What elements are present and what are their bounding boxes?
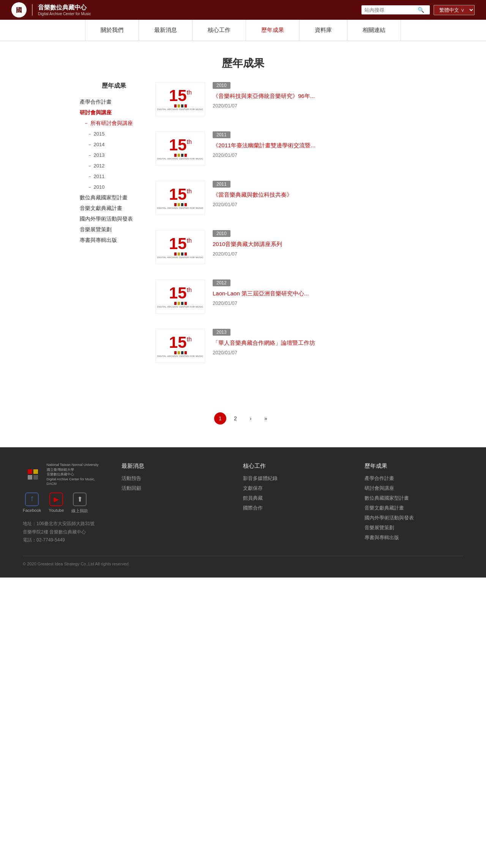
- page-btn-1[interactable]: 1: [214, 412, 226, 425]
- bar-seg-1: [174, 203, 177, 206]
- nav-item-core[interactable]: 核心工作: [193, 20, 246, 41]
- article-thumbnail: 15 th DIGITAL ARCHIVE CENTER FOR MUSIC: [156, 230, 205, 264]
- thumb-caption: DIGITAL ARCHIVE CENTER FOR MUSIC: [157, 108, 204, 110]
- footer-link-activity[interactable]: 活動預告: [122, 475, 220, 482]
- page-btn-last[interactable]: »: [260, 412, 272, 425]
- sidebar-item-music-archive[interactable]: 音樂文獻典藏計畫: [80, 203, 148, 214]
- thumb-bar-row: [174, 351, 187, 354]
- bar-seg-2: [178, 203, 180, 206]
- sidebar-item-digital[interactable]: 數位典藏國家型計畫: [80, 193, 148, 203]
- sidebar-item-academic[interactable]: 國內外學術活動與發表: [80, 214, 148, 224]
- logo-sq-dark: [33, 475, 38, 480]
- sidebar-item-2010[interactable]: － 2010: [80, 182, 148, 193]
- thumb-bar-row: [174, 203, 187, 206]
- footer-col-news: 最新消息 活動預告 活動回顧: [122, 462, 220, 544]
- article-thumbnail: 15 th DIGITAL ARCHIVE CENTER FOR MUSIC: [156, 131, 205, 166]
- footer-link-exhibition2[interactable]: 音樂展覽策劃: [364, 524, 463, 531]
- article-info: 2010 2010音樂典藏大師講座系列 2020/01/07: [213, 230, 406, 257]
- thumb-sup: th: [187, 89, 192, 96]
- article-card: 15 th DIGITAL ARCHIVE CENTER FOR MUSIC 2…: [156, 181, 406, 215]
- bar-seg-1: [174, 104, 177, 107]
- thumb-sup: th: [187, 188, 192, 195]
- footer-link-review[interactable]: 活動回顧: [122, 485, 220, 492]
- bar-seg-1: [174, 351, 177, 354]
- thumb-caption: DIGITAL ARCHIVE CENTER FOR MUSIC: [157, 355, 204, 357]
- footer-link-intl[interactable]: 國際合作: [243, 505, 342, 511]
- site-title-en: Digital Archive Center for Music: [38, 12, 91, 16]
- search-box[interactable]: 🔍: [361, 5, 430, 14]
- thumb-bar-row: [174, 104, 187, 107]
- article-title[interactable]: 《當音樂典藏與數位科技共奏》: [213, 191, 406, 199]
- header-left: 國 音樂數位典藏中心 Digital Archive Center for Mu…: [11, 2, 91, 17]
- header: 國 音樂數位典藏中心 Digital Archive Center for Mu…: [0, 0, 486, 20]
- footer-link-music-archive2[interactable]: 音樂文獻典藏計畫: [364, 505, 463, 511]
- bar-seg-2: [178, 104, 180, 107]
- sidebar: 歷年成果 產學合作計畫 研討會與講座 － 所有研討會與講座 － 2015 － 2…: [80, 82, 156, 378]
- articles-content: 15 th DIGITAL ARCHIVE CENTER FOR MUSIC 2…: [156, 82, 406, 378]
- article-year-badge: 2011: [213, 131, 230, 138]
- logo-sq-gray: [28, 475, 32, 480]
- footer-link-publication2[interactable]: 專書與專輯出版: [364, 534, 463, 541]
- footer-link-academic2[interactable]: 國內外學術活動與發表: [364, 514, 463, 521]
- footer-link-digital2[interactable]: 數位典藏國家型計畫: [364, 495, 463, 502]
- footer-col-core: 核心工作 影音多媒體紀錄 文獻保存 館員典藏 國際合作: [243, 462, 342, 544]
- article-date: 2020/01/07: [213, 103, 406, 109]
- footer-link-librarian[interactable]: 館員典藏: [243, 495, 342, 502]
- nav-item-database[interactable]: 資料庫: [300, 20, 347, 41]
- footer-link-preserve[interactable]: 文獻保存: [243, 485, 342, 492]
- thumb-caption: DIGITAL ARCHIVE CENTER FOR MUSIC: [157, 158, 204, 160]
- sidebar-item-industry[interactable]: 產學合作計畫: [80, 97, 148, 107]
- sidebar-item-2011[interactable]: － 2011: [80, 171, 148, 182]
- nav-item-news[interactable]: 最新消息: [139, 20, 193, 41]
- article-thumbnail: 15 th DIGITAL ARCHIVE CENTER FOR MUSIC: [156, 181, 205, 215]
- article-title[interactable]: 《音樂科技與東亞傳統音樂研究》96年...: [213, 92, 406, 101]
- article-info: 2010 《音樂科技與東亞傳統音樂研究》96年... 2020/01/07: [213, 82, 406, 109]
- bar-seg-3: [181, 154, 183, 157]
- sidebar-item-all-seminar[interactable]: － 所有研討會與講座: [80, 118, 148, 129]
- thumb-sup: th: [187, 139, 192, 145]
- nav-item-about[interactable]: 關於我們: [85, 20, 139, 41]
- social-facebook[interactable]: f Facebook: [23, 492, 41, 514]
- footer-col-news-title: 最新消息: [122, 462, 220, 470]
- nav-item-achievements[interactable]: 歷年成果: [246, 20, 300, 41]
- bar-seg-2: [178, 351, 180, 354]
- page-btn-2[interactable]: 2: [229, 412, 241, 425]
- bar-seg-1: [174, 302, 177, 305]
- language-select[interactable]: 繁體中文 ∨: [434, 5, 475, 15]
- thumb-bar-row: [174, 253, 187, 256]
- sidebar-item-2014[interactable]: － 2014: [80, 139, 148, 150]
- article-title[interactable]: Laon-Laon 第三屆亞洲音樂研究中心...: [213, 289, 406, 298]
- sidebar-item-publication[interactable]: 專書與專輯出版: [80, 235, 148, 246]
- footer-link-industry2[interactable]: 產學合作計畫: [364, 475, 463, 482]
- page-btn-next[interactable]: ›: [245, 412, 257, 425]
- article-card: 15 th DIGITAL ARCHIVE CENTER FOR MUSIC 2…: [156, 329, 406, 363]
- footer-link-seminar2[interactable]: 研討會與講座: [364, 485, 463, 492]
- article-thumbnail: 15 th DIGITAL ARCHIVE CENTER FOR MUSIC: [156, 82, 205, 116]
- article-card: 15 th DIGITAL ARCHIVE CENTER FOR MUSIC 2…: [156, 279, 406, 314]
- donate-label: 線上捐款: [71, 508, 88, 514]
- sidebar-item-2015[interactable]: － 2015: [80, 129, 148, 139]
- footer-brand: National Taiwan Normal University 國立臺灣師範…: [23, 462, 99, 544]
- social-youtube[interactable]: ▶ Youtube: [49, 492, 64, 514]
- article-title[interactable]: 2010音樂典藏大師講座系列: [213, 240, 406, 249]
- thumb-caption: DIGITAL ARCHIVE CENTER FOR MUSIC: [157, 207, 204, 209]
- sidebar-item-seminar[interactable]: 研討會與講座: [80, 107, 148, 118]
- social-donate[interactable]: ⬆ 線上捐款: [71, 492, 88, 514]
- sidebar-item-exhibition[interactable]: 音樂展覽策劃: [80, 224, 148, 235]
- search-input[interactable]: [364, 7, 418, 13]
- article-title[interactable]: 「華人音樂典藏合作網絡」論壇暨工作坊: [213, 339, 406, 347]
- search-icon[interactable]: 🔍: [418, 7, 424, 13]
- main-container: 歷年成果 產學合作計畫 研討會與講座 － 所有研討會與講座 － 2015 － 2…: [72, 82, 414, 401]
- bar-seg-3: [181, 302, 183, 305]
- footer-link-media[interactable]: 影音多媒體紀錄: [243, 475, 342, 482]
- sidebar-item-2012[interactable]: － 2012: [80, 161, 148, 171]
- bar-seg-3: [181, 253, 183, 256]
- thumb-number: 15: [169, 137, 187, 153]
- bar-seg-4: [185, 203, 187, 206]
- bar-seg-1: [174, 154, 177, 157]
- nav-item-links[interactable]: 相關連結: [347, 20, 401, 41]
- footer-logo-row: National Taiwan Normal University 國立臺灣師範…: [23, 462, 99, 486]
- article-title[interactable]: 《2011年臺法幽蘭計畫雙邊學術交流暨...: [213, 141, 406, 150]
- sidebar-item-2013[interactable]: － 2013: [80, 150, 148, 161]
- bar-seg-4: [185, 104, 187, 107]
